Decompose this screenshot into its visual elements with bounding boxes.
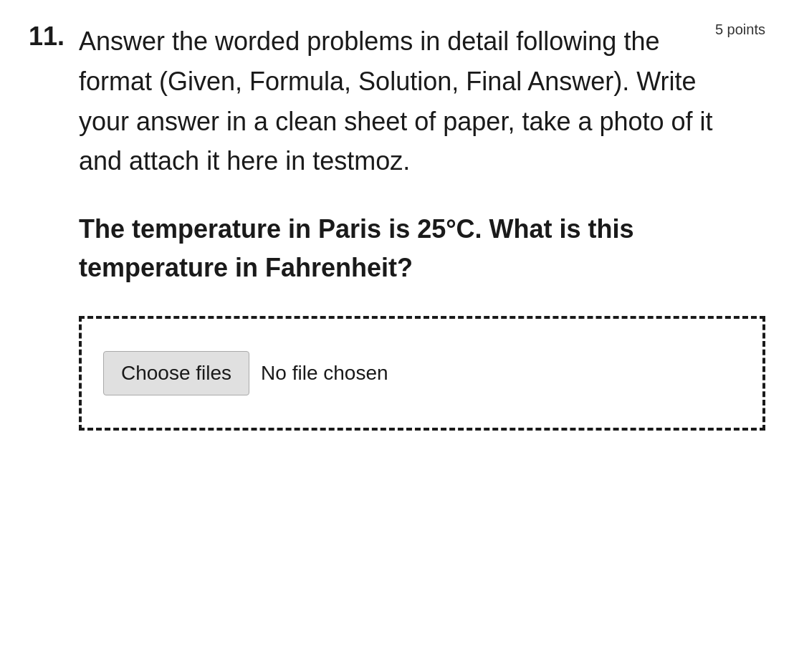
question-container: 11. Answer the worded problems in detail…: [29, 21, 765, 431]
no-file-label: No file chosen: [261, 362, 388, 385]
question-number: 11.: [29, 21, 64, 51]
instruction-text: Answer the worded problems in detail fol…: [79, 21, 715, 181]
choose-files-button[interactable]: Choose files: [103, 351, 249, 395]
problem-text: The temperature in Paris is 25°C. What i…: [79, 210, 765, 287]
question-points: 5 points: [715, 21, 765, 38]
header-row: 11. Answer the worded problems in detail…: [29, 21, 765, 431]
content-col: Answer the worded problems in detail fol…: [79, 21, 765, 431]
file-input-wrapper: Choose files No file chosen: [103, 351, 388, 395]
top-row: Answer the worded problems in detail fol…: [79, 21, 765, 210]
number-col: 11.: [29, 21, 79, 52]
upload-area: Choose files No file chosen: [79, 316, 765, 431]
